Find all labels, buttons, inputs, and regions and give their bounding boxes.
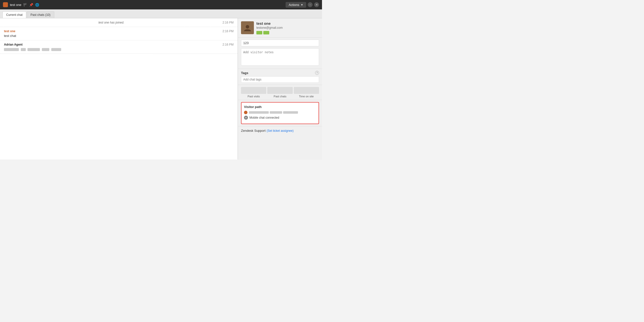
tags-header: Tags ? <box>241 71 319 75</box>
globe-icon: 🌐 <box>35 3 39 7</box>
user-avatar <box>241 21 254 34</box>
redacted-block-5 <box>51 48 61 51</box>
page-path-icon <box>244 111 248 114</box>
flag-block-2 <box>263 31 269 34</box>
chat-message-agent: Adrian Agent 2:16 PM <box>0 40 238 54</box>
agent-sender-name: Adrian Agent <box>4 43 22 46</box>
visitor-path-item-mobile: ● Mobile chat connected <box>244 116 316 120</box>
tabs-bar: Current chat Past chats (10) <box>0 10 322 18</box>
zendesk-section: Zendesk Support (Set ticket assignee) <box>238 126 322 135</box>
redacted-block-1 <box>4 48 19 51</box>
page-path-block-2 <box>270 111 282 114</box>
stat-time-on-site-label: Time on site <box>294 95 319 98</box>
zendesk-set-ticket-link[interactable]: (Set ticket assignee) <box>266 129 294 132</box>
tags-section: Tags ? <box>238 69 322 85</box>
redacted-block-4 <box>42 48 49 51</box>
user-phone-section: 123 <box>238 38 322 69</box>
tags-help-icon[interactable]: ? <box>315 71 319 75</box>
visitor-message-time: 2:16 PM <box>222 30 234 33</box>
agent-message-time: 2:16 PM <box>222 43 234 46</box>
actions-button[interactable]: Actions ▼ <box>286 2 306 8</box>
system-message-time: 2:16 PM <box>219 21 234 24</box>
mobile-path-icon: ● <box>244 116 248 120</box>
tags-label: Tags <box>241 71 248 75</box>
user-details: test one testone@gmail.com <box>256 21 319 34</box>
system-message-joined: test one has joined. 2:16 PM <box>0 18 238 27</box>
stat-time-on-site-thumb <box>294 87 319 94</box>
chat-tags-input[interactable] <box>241 76 319 83</box>
stat-past-visits: Past visits <box>241 87 266 98</box>
agent-message-body <box>4 47 234 51</box>
user-email: testone@gmail.com <box>256 26 319 30</box>
user-flag <box>256 31 319 34</box>
user-name: test one <box>256 21 319 26</box>
app-icon <box>3 2 8 7</box>
tab-past-chats[interactable]: Past chats (10) <box>27 12 54 18</box>
stats-section: Past visits Past chats Time on site <box>238 85 322 100</box>
chat-message-visitor: test one 2:16 PM test chat <box>0 27 238 40</box>
page-path-block-1 <box>249 111 269 114</box>
visitor-sender-name: test one <box>4 30 15 33</box>
actions-label: Actions <box>288 3 299 7</box>
stat-past-visits-label: Past visits <box>241 95 266 98</box>
page-path-block-3 <box>283 111 298 114</box>
visitor-path-section: Visitor path ● Mobile chat connected <box>241 102 319 124</box>
user-info-section: test one testone@gmail.com <box>238 18 322 38</box>
right-panel: test one testone@gmail.com 123 Tags ? <box>238 18 322 160</box>
stat-time-on-site: Time on site <box>294 87 319 98</box>
app-title: test one <box>10 3 21 7</box>
system-message-text: test one has joined. <box>4 21 219 24</box>
pin-icon: 📌 <box>29 3 33 7</box>
flag-icon: 🏴 <box>23 3 27 7</box>
mobile-chat-text: Mobile chat connected <box>250 116 279 120</box>
visitor-path-item-page <box>244 111 316 114</box>
user-phone-value: 123 <box>241 40 319 46</box>
tab-current-chat[interactable]: Current chat <box>2 12 26 18</box>
visitor-path-title: Visitor path <box>244 105 316 109</box>
zendesk-label: Zendesk Support <box>241 129 266 132</box>
header-left: test one 🏴 📌 🌐 <box>3 2 39 7</box>
chat-area: test one has joined. 2:16 PM test one 2:… <box>0 18 238 160</box>
svg-point-0 <box>246 25 249 28</box>
app-header: test one 🏴 📌 🌐 Actions ▼ − ✕ <box>0 0 322 10</box>
minimize-button[interactable]: − <box>308 2 312 7</box>
page-path-text <box>249 111 298 114</box>
stat-past-chats-thumb <box>267 87 292 94</box>
stat-past-chats: Past chats <box>267 87 292 98</box>
actions-caret-icon: ▼ <box>301 4 303 6</box>
main-content: test one has joined. 2:16 PM test one 2:… <box>0 18 322 160</box>
stat-past-visits-thumb <box>241 87 266 94</box>
flag-block-1 <box>256 31 262 34</box>
close-button[interactable]: ✕ <box>314 2 319 7</box>
header-right: Actions ▼ − ✕ <box>286 2 319 8</box>
redacted-block-2 <box>21 48 26 51</box>
visitor-message-body: test chat <box>4 34 234 38</box>
visitor-notes-input[interactable] <box>241 48 319 66</box>
stat-past-chats-label: Past chats <box>267 95 292 98</box>
redacted-block-3 <box>28 48 40 51</box>
